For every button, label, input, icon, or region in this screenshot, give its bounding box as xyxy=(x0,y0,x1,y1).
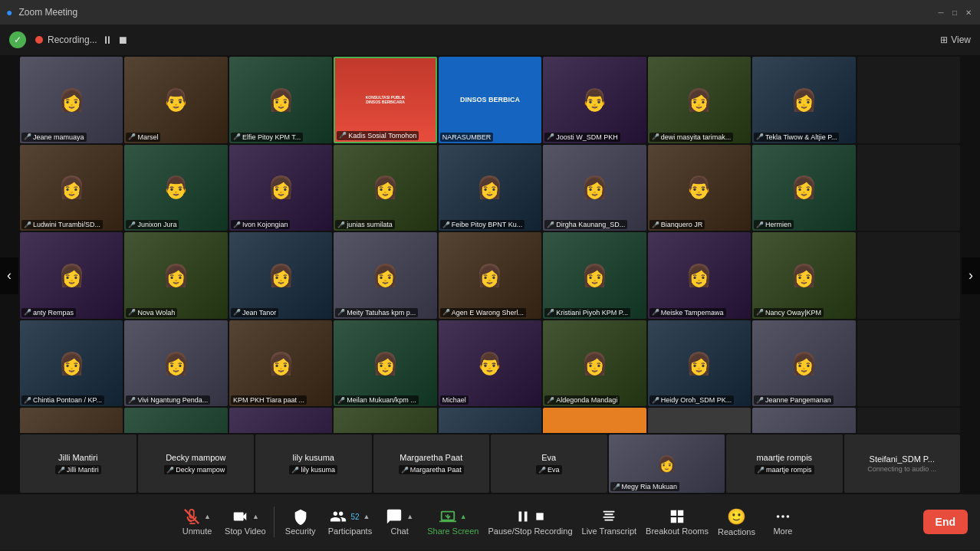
video-chevron-icon[interactable]: ▲ xyxy=(252,513,259,520)
mic-muted-icon: 🎤 xyxy=(24,397,31,404)
participant-label: 🎤 Kristiani Piyoh KPM P... xyxy=(544,308,630,317)
video-area: ‹ 2/2 2/2 👩 🎤 Jeane mamuaya 👨 🎤 Marsel 👩… xyxy=(0,55,980,496)
close-button[interactable]: ✕ xyxy=(963,7,974,18)
prev-page-button[interactable]: ‹ xyxy=(0,257,18,294)
live-transcript-icon xyxy=(600,508,617,525)
video-cell: 👩 🎤 Nancy Oway|KPM xyxy=(752,232,855,319)
security-group[interactable]: Security xyxy=(278,494,324,549)
mic-muted-icon: 🎤 xyxy=(757,467,765,474)
participant-label: KPM PKH Tiara paat ... xyxy=(231,395,307,405)
unmute-chevron-icon[interactable]: ▲ xyxy=(204,513,211,520)
video-grid: 👩 🎤 Jeane mamuaya 👨 🎤 Marsel 👩 🎤 Elfie P… xyxy=(0,55,980,496)
text-participants-row: Jilli Mantiri 🎤 Jilli Mantiri Decky mamp… xyxy=(0,433,980,494)
video-cell: 👨 🎤 Bianquero JR xyxy=(648,145,751,231)
stop-recording-button[interactable]: ⏹ xyxy=(117,34,128,46)
video-cell: 👩 🎤 Hermien xyxy=(752,145,855,231)
title-bar-controls[interactable]: ─ □ ✕ xyxy=(936,7,974,18)
participant-label: 🎤 Joosti W_SDM PKH xyxy=(544,133,620,142)
pause-recording-label: Pause/Stop Recording xyxy=(488,526,572,536)
top-bar-right[interactable]: ⊞ View xyxy=(940,34,971,45)
participants-chevron-icon[interactable]: ▲ xyxy=(363,513,370,520)
maximize-button[interactable]: □ xyxy=(949,7,960,18)
video-cell-empty xyxy=(857,320,960,407)
chat-group[interactable]: ▲ Chat xyxy=(377,494,423,549)
breakout-rooms-group[interactable]: Breakout Rooms xyxy=(641,494,713,549)
more-group[interactable]: More xyxy=(760,494,806,549)
mic-muted-icon: 🎤 xyxy=(547,309,554,316)
participant-label: 🎤 Bianquero JR xyxy=(649,220,705,229)
chat-chevron-icon[interactable]: ▲ xyxy=(406,513,413,520)
title-bar: ● Zoom Meeting ─ □ ✕ xyxy=(0,0,980,25)
share-screen-chevron-icon[interactable]: ▲ xyxy=(460,513,467,520)
mic-muted-icon: 🎤 xyxy=(128,397,136,404)
participant-label: Michael xyxy=(440,395,469,405)
video-cell: 👩 🎤 Ludwini Turambi/SD... xyxy=(20,145,123,231)
participant-label: 🎤 Aldegonda Mandagi xyxy=(544,395,620,405)
mic-muted-icon: 🎤 xyxy=(756,133,764,140)
participant-label: 🎤 Elfie Pitoy KPM T... xyxy=(231,133,303,142)
mic-muted-icon: 🎤 xyxy=(339,132,347,139)
participant-count: 52 xyxy=(350,513,359,521)
mic-muted-icon: 🎤 xyxy=(24,309,31,316)
recording-controls[interactable]: ⏸ ⏹ xyxy=(102,34,128,46)
toolbar-divider xyxy=(274,507,275,537)
mic-muted-icon: 🎤 xyxy=(233,309,241,316)
share-screen-group[interactable]: ▲ Share Screen xyxy=(423,494,483,549)
video-cell: 👩 🎤 anty Rempas xyxy=(20,232,123,319)
participant-label: 🎤 anty Rempas xyxy=(21,308,76,317)
participants-label: Participants xyxy=(328,526,372,536)
pause-recording-group[interactable]: Pause/Stop Recording xyxy=(483,494,577,549)
next-page-button[interactable]: › xyxy=(962,257,980,294)
zoom-logo-icon: ● xyxy=(6,6,12,18)
participants-icon xyxy=(330,508,347,525)
participant-label: 🎤 Jeane mamuaya xyxy=(21,133,87,142)
mic-muted-icon: 🎤 xyxy=(401,467,409,474)
participant-label: 🎤 Meilan Mukuan/kpm ... xyxy=(335,395,419,405)
participant-label: 🎤 Jeanne Pangemanan xyxy=(754,395,834,405)
participant-label: 🎤 Ivon Kojongian xyxy=(231,220,291,229)
reactions-group[interactable]: 🙂 Reactions xyxy=(713,494,760,549)
security-label: Security xyxy=(285,526,316,536)
video-cell: 👩 🎤 Agen E Warong Sherl... xyxy=(439,232,541,319)
mic-muted-icon: 🎤 xyxy=(166,467,174,474)
pause-recording-button[interactable]: ⏸ xyxy=(102,34,113,46)
video-cell: 👩 🎤 Jeanne Pangemanan xyxy=(752,320,855,407)
breakout-rooms-icon xyxy=(669,508,686,525)
video-cell: Eva 🎤 Eva xyxy=(491,435,607,493)
video-cell: maartje rompis 🎤 maartje rompis xyxy=(726,435,843,493)
video-cell: 👩 🎤 Nova Wolah xyxy=(124,232,227,319)
video-cell: 👩 KPM PKH Tiara paat ... xyxy=(229,320,332,407)
view-button[interactable]: ⊞ View xyxy=(940,34,971,45)
stop-video-group[interactable]: ▲ Stop Video xyxy=(220,494,271,549)
participant-label: 🎤 Jean Tanor xyxy=(231,308,278,317)
participant-label: 🎤 Heidy Oroh_SDM PK... xyxy=(649,395,735,405)
chat-label: Chat xyxy=(391,526,409,536)
share-screen-label: Share Screen xyxy=(427,526,478,536)
participant-label: NARASUMBER xyxy=(440,133,494,142)
video-cell: 👩 🎤 Heidy Oroh_SDM PK... xyxy=(648,320,751,407)
reactions-label: Reactions xyxy=(718,527,755,536)
security-shield-icon: ✓ xyxy=(9,31,26,48)
svg-point-3 xyxy=(781,515,784,518)
video-cell: 👩 🎤 Tekla Tiwow & Altjie P... xyxy=(752,57,855,143)
mic-muted-icon: 🎤 xyxy=(337,309,345,316)
video-cell: 👩 🎤 Ivon Kojongian xyxy=(229,145,332,231)
mic-muted-icon: 🎤 xyxy=(756,221,764,228)
top-bar: ✓ Recording... ⏸ ⏹ ⊞ View xyxy=(0,25,980,55)
minimize-button[interactable]: ─ xyxy=(936,7,946,18)
video-cell: 👩 🎤 Jeane mamuaya xyxy=(20,57,123,143)
end-button[interactable]: End xyxy=(923,510,968,534)
participant-label: 🎤 Marsel xyxy=(126,133,160,142)
video-cell: lily kusuma 🎤 lily kusuma xyxy=(255,435,372,493)
video-cell: 👩 🎤 Feibe Pitoy BPNT Ku... xyxy=(439,145,541,231)
video-cell: DINSOS BERBICA NARASUMBER xyxy=(439,57,541,143)
more-label: More xyxy=(773,526,792,536)
participants-group[interactable]: 52 ▲ Participants xyxy=(324,494,377,549)
unmute-group[interactable]: ▲ Unmute xyxy=(174,494,220,549)
svg-point-2 xyxy=(777,515,780,518)
participant-label: 🎤 Dirgha Kaunang_SD... xyxy=(544,220,627,229)
participant-label: 🎤 Megy Ria Mukuan xyxy=(610,482,680,491)
mic-muted-icon: 🎤 xyxy=(652,133,659,140)
participant-label: 🎤 Vivi Ngantung Penda... xyxy=(126,395,210,405)
live-transcript-group[interactable]: Live Transcript xyxy=(577,494,642,549)
